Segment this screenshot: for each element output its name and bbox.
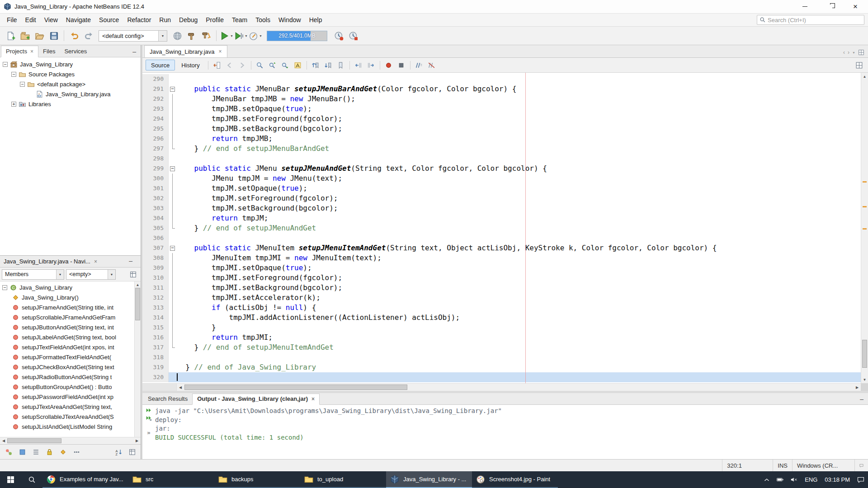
scroll-tabs-right-icon[interactable]: › [848, 49, 849, 56]
editor-vertical-scrollbar[interactable]: ▲ ▼ [861, 73, 868, 383]
volume-status[interactable] [787, 471, 801, 488]
scroll-right-icon[interactable]: ▶ [854, 385, 861, 389]
toolbar-clean-build-button[interactable] [199, 29, 213, 42]
menu-refactor[interactable]: Refactor [123, 14, 155, 25]
menu-view[interactable]: View [40, 14, 62, 25]
code-line-318[interactable]: 318 [142, 352, 861, 362]
editor-toggle-bookmark-button[interactable] [335, 60, 347, 70]
navigator-member[interactable]: setupJButtonAndGet(String text, int [0, 322, 141, 332]
tree-node-java-swing-library[interactable]: −Java_Swing_Library [0, 59, 141, 69]
code-line-303[interactable]: 303 tmpJM.setBackground(bgcolor); [142, 203, 861, 213]
tree-node-default-package[interactable]: −<default package> [0, 79, 141, 89]
view-history-button[interactable]: History [176, 60, 205, 70]
clock[interactable]: 03:18 PM [821, 471, 854, 488]
run-dropdown-icon[interactable]: ▼ [230, 34, 233, 38]
toolbar-profiler-2-button[interactable] [346, 29, 360, 42]
notifications-button[interactable] [854, 460, 868, 471]
fold-indicator[interactable]: − [169, 164, 177, 174]
code-line-293[interactable]: 293 tmpJMB.setOpaque(true); [142, 104, 861, 114]
navigator-member[interactable]: setupJFrameAndGet(String title, int [0, 302, 141, 312]
restore-button[interactable] [817, 0, 843, 13]
code-line-306[interactable]: 306 [142, 233, 861, 243]
code-line-311[interactable]: 311 tmpJMI.setBackground(bgcolor); [142, 283, 861, 293]
scrollbar-thumb[interactable] [135, 288, 140, 320]
toolbar-new-file-button[interactable] [4, 29, 17, 42]
close-icon[interactable]: × [94, 259, 97, 264]
output-tab-search-resul[interactable]: Search Results [143, 394, 192, 404]
navigator-member[interactable]: setupJFormattedTextFieldAndGet( [0, 352, 141, 362]
code-line-292[interactable]: 292 JMenuBar tmpJMB = new JMenuBar(); [142, 94, 861, 104]
config-combobox[interactable]: <default config> ▼ [99, 30, 167, 42]
toolbar-run-button[interactable]: ▼ [220, 29, 233, 42]
navigator-root[interactable]: −CJava_Swing_Library [0, 282, 141, 292]
output-tab-output-jav[interactable]: Output - Java_Swing_Library (clean,jar)× [192, 394, 320, 405]
navigator-view-button[interactable] [127, 269, 139, 280]
code-line-308[interactable]: 308 JMenuItem tmpJMI = new JMenuItem(tex… [142, 253, 861, 263]
code-line-309[interactable]: 309 tmpJMI.setOpaque(true); [142, 263, 861, 273]
code-line-302[interactable]: 302 tmpJM.setForeground(fgcolor); [142, 193, 861, 203]
line-ending[interactable]: Windows (CR... [792, 460, 854, 471]
scrollbar-thumb[interactable] [184, 385, 407, 390]
fold-indicator[interactable]: − [169, 84, 177, 94]
taskbar-item-to-upload[interactable]: to_upload [300, 471, 386, 488]
menu-debug[interactable]: Debug [175, 14, 202, 25]
toolbar-redo-button[interactable] [82, 29, 95, 42]
editor-stop-macro-recording-button[interactable] [396, 60, 407, 70]
taskbar-item-backups[interactable]: backups [214, 471, 300, 488]
navigator-filter-combobox[interactable]: <empty> ▼ [66, 269, 116, 280]
editor-jump-back-button[interactable] [224, 60, 236, 70]
code-line-305[interactable]: 305 } // end of setupJMenuAndGet [142, 223, 861, 233]
warning-mark[interactable] [863, 181, 867, 183]
insert-mode[interactable]: INS [773, 460, 792, 471]
editor-horizontal-scrollbar[interactable]: ◀ ▶ [142, 383, 861, 391]
taskbar-search-button[interactable] [21, 471, 42, 488]
code-line-295[interactable]: 295 tmpJMB.setBackground(bgcolor); [142, 124, 861, 134]
toolbar-build-button[interactable] [185, 29, 198, 42]
tab-list-icon[interactable]: ▼ [852, 51, 855, 54]
toolbar-new-project-button[interactable] [18, 29, 32, 42]
toolbar-open-project-button[interactable] [33, 29, 46, 42]
navigator-member[interactable]: setupScrollableJFrameAndGetFram [0, 312, 141, 322]
output-console[interactable]: java -jar "C:\Users\Amit\Downloads\progr… [155, 405, 502, 459]
collapse-fold-icon[interactable]: − [170, 87, 175, 92]
editor-find-selection-button[interactable] [254, 60, 266, 70]
code-line-298[interactable]: 298 [142, 154, 861, 164]
editor-toggle-search-highlight-button[interactable] [292, 60, 304, 70]
collapse-icon[interactable]: − [2, 285, 7, 290]
battery-status[interactable] [773, 471, 787, 488]
navigator-nav-lock-button[interactable] [43, 446, 55, 457]
debug-dropdown-icon[interactable]: ▼ [245, 34, 248, 38]
editor-last-edited-button[interactable] [211, 60, 223, 70]
minimize-button[interactable] [792, 0, 817, 13]
minimize-panel-icon[interactable]: – [855, 395, 868, 404]
toolbar-debug-button[interactable]: ▼ [234, 29, 248, 42]
code-line-312[interactable]: 312 tmpJMI.setAccelerator(k); [142, 293, 861, 303]
menu-team[interactable]: Team [228, 14, 251, 25]
menu-navigate[interactable]: Navigate [62, 14, 95, 25]
scroll-left-icon[interactable]: ◀ [177, 385, 184, 389]
code-line-296[interactable]: 296 return tmpJMB; [142, 134, 861, 144]
collapse-icon[interactable]: − [3, 62, 8, 67]
memory-indicator[interactable]: 292.5/401.0MB [267, 31, 327, 41]
tree-node-source-packages[interactable]: −Source Packages [0, 69, 141, 79]
menu-profile[interactable]: Profile [202, 14, 228, 25]
code-line-317[interactable]: 317 } // end of setupJMenuItemAndGet [142, 343, 861, 352]
menu-file[interactable]: File [3, 14, 21, 25]
collapse-icon[interactable]: − [11, 72, 16, 77]
navigator-nav-grid-button[interactable] [126, 446, 138, 457]
navigator-vertical-scrollbar[interactable]: ▲ [134, 282, 141, 437]
editor-comment-lines-button[interactable] [413, 60, 425, 70]
code-line-316[interactable]: 316 return tmpJMI; [142, 333, 861, 343]
output-rerun-with-options-button[interactable] [145, 414, 153, 422]
code-line-313[interactable]: 313 if (actLisObj != null) { [142, 303, 861, 313]
action-center-button[interactable] [854, 471, 868, 488]
search-input[interactable] [768, 17, 862, 23]
menu-tools[interactable]: Tools [251, 14, 274, 25]
output-expand-output-button[interactable]: » [145, 429, 153, 436]
scrollbar-thumb[interactable] [7, 438, 61, 443]
start-button[interactable] [0, 471, 21, 488]
code-line-300[interactable]: 300 JMenu tmpJM = new JMenu(text); [142, 174, 861, 183]
taskbar-item-examples-of-many-jav[interactable]: Examples of many Jav... [42, 471, 128, 488]
close-button[interactable]: × [843, 0, 868, 13]
code-editor[interactable]: 290291− public static JMenuBar setupJMen… [142, 73, 868, 383]
